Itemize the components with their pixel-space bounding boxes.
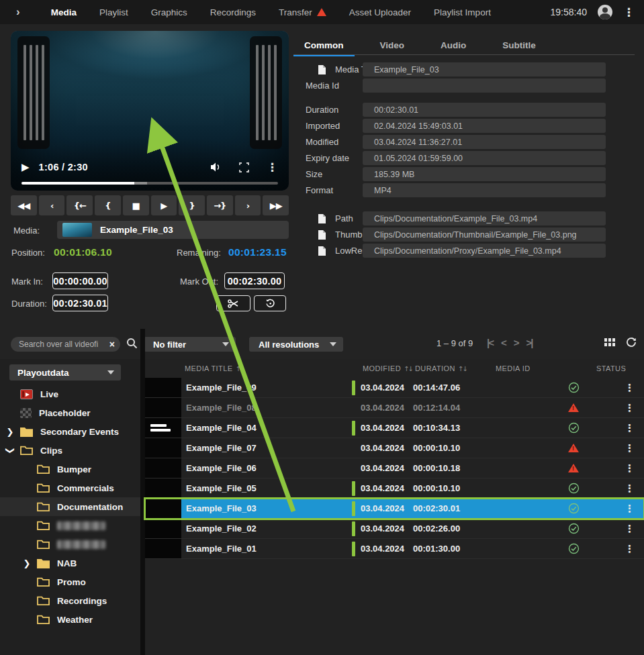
stop-button[interactable]: ■ bbox=[123, 195, 149, 215]
refresh-icon[interactable] bbox=[626, 337, 637, 348]
table-row-example-file-01[interactable]: Example_File_0103.04.202400:01:30.00⋮ bbox=[145, 539, 644, 559]
field-value[interactable]: Clips/Documentation/Proxy/Example_File_0… bbox=[363, 244, 606, 258]
frame-back-button[interactable]: ‹ bbox=[39, 195, 65, 215]
row-kebab-icon[interactable]: ⋮ bbox=[625, 382, 635, 394]
video-preview[interactable]: ▶ 1:06 / 2:30 ⋮ bbox=[11, 31, 289, 191]
go-to-end-button[interactable]: ▶▶ bbox=[263, 195, 289, 215]
search-box[interactable]: × bbox=[11, 337, 120, 352]
nav-graphics[interactable]: Graphics bbox=[151, 7, 187, 17]
resolution-dropdown[interactable]: All resolutions bbox=[249, 337, 343, 352]
sidebar-item-live[interactable]: Live bbox=[0, 385, 140, 403]
fullscreen-icon[interactable] bbox=[239, 162, 249, 172]
field-value[interactable]: 01.05.2024 01:59:59.00 bbox=[363, 151, 606, 165]
volume-icon[interactable] bbox=[210, 162, 222, 172]
field-value[interactable]: Example_File_03 bbox=[363, 62, 606, 77]
nav-recordings[interactable]: Recordings bbox=[210, 7, 256, 17]
row-kebab-icon[interactable]: ⋮ bbox=[625, 503, 635, 515]
row-kebab-icon[interactable]: ⋮ bbox=[625, 523, 635, 535]
sidebar-divider[interactable] bbox=[140, 329, 145, 655]
mark-out-field[interactable]: 00:02:30.00 bbox=[224, 272, 285, 289]
sidebar-item-promo[interactable]: Promo bbox=[0, 572, 140, 591]
sidebar-toggle-chevron-icon[interactable]: › bbox=[16, 5, 20, 19]
sidebar-item-commercials[interactable]: Commercials bbox=[0, 478, 140, 497]
trim-scissors-button[interactable] bbox=[216, 295, 250, 311]
folder-label: NAB bbox=[57, 558, 77, 568]
field-value[interactable]: MP4 bbox=[363, 183, 606, 197]
nav-playlist-import[interactable]: Playlist Import bbox=[434, 7, 491, 17]
table-row-example-file-03[interactable]: Example_File_0303.04.202400:02:30.01⋮ bbox=[145, 499, 644, 519]
row-kebab-icon[interactable]: ⋮ bbox=[625, 422, 635, 434]
table-row-example-file-05[interactable]: Example_File_0503.04.202400:00:10.10⋮ bbox=[145, 478, 644, 499]
player-progress-bar[interactable] bbox=[21, 182, 278, 185]
sidebar-item-documentation[interactable]: Documentation bbox=[0, 497, 140, 516]
table-row-example-file-09[interactable]: Example_File_0903.04.202400:14:47.06⋮ bbox=[145, 378, 644, 398]
go-to-start-button[interactable]: ◀◀ bbox=[11, 195, 37, 215]
table-row-example-file-02[interactable]: Example_File_0203.04.202400:02:26.00⋮ bbox=[145, 519, 644, 539]
field-value[interactable]: Clips/Documentation/Thumbnail/Example_Fi… bbox=[363, 228, 606, 242]
search-icon[interactable] bbox=[126, 338, 138, 349]
row-kebab-icon[interactable]: ⋮ bbox=[625, 483, 635, 495]
sidebar-item-recordings[interactable]: Recordings bbox=[0, 591, 140, 610]
player-play-button[interactable]: ▶ bbox=[21, 161, 30, 173]
tab-common[interactable]: Common bbox=[293, 36, 355, 56]
column-header-duration[interactable]: DURATION↑↓ bbox=[415, 364, 496, 372]
row-kebab-icon[interactable]: ⋮ bbox=[625, 442, 635, 454]
mark-in-field[interactable]: 00:00:00.00 bbox=[52, 272, 108, 289]
field-value[interactable]: 185.39 MB bbox=[363, 167, 606, 181]
sidebar-item-weather[interactable]: Weather bbox=[0, 610, 140, 629]
tree-chevron-icon[interactable]: ❯ bbox=[5, 446, 15, 455]
nav-transfer[interactable]: Transfer bbox=[279, 7, 326, 17]
nav-asset-uploader[interactable]: Asset Uploader bbox=[349, 7, 411, 17]
tab-subtitle[interactable]: Subtitle bbox=[492, 36, 547, 56]
row-kebab-icon[interactable]: ⋮ bbox=[625, 462, 635, 474]
warning-icon bbox=[568, 444, 579, 452]
clip-duration-field[interactable]: 00:02:30.01 bbox=[52, 295, 108, 311]
prev-page-button[interactable]: < bbox=[501, 337, 506, 348]
sidebar-item-placeholder[interactable]: Placeholder bbox=[0, 403, 140, 422]
set-mark-in-button[interactable]: { bbox=[95, 195, 121, 215]
topbar-kebab-icon[interactable]: ⋮ bbox=[623, 7, 635, 18]
filter-dropdown[interactable]: No filter bbox=[144, 337, 236, 352]
tree-chevron-icon[interactable]: ❯ bbox=[5, 427, 15, 437]
column-header-modified[interactable]: MODIFIED↑↓ bbox=[363, 364, 415, 372]
table-row-example-file-06[interactable]: Example_File_0603.04.202400:00:10.18⋮ bbox=[145, 458, 644, 478]
row-kebab-icon[interactable]: ⋮ bbox=[625, 402, 635, 414]
last-page-button[interactable]: >| bbox=[526, 337, 533, 348]
player-kebab-icon[interactable]: ⋮ bbox=[267, 162, 278, 173]
tab-video[interactable]: Video bbox=[369, 36, 416, 56]
play-button[interactable]: ▶ bbox=[151, 195, 177, 215]
tab-audio[interactable]: Audio bbox=[430, 36, 477, 56]
media-field[interactable]: Example_File_03 bbox=[57, 221, 289, 239]
restore-button[interactable] bbox=[254, 295, 286, 311]
goto-mark-out-button[interactable]: →} bbox=[207, 195, 233, 215]
sidebar-item-clips[interactable]: ❯Clips bbox=[0, 441, 140, 460]
row-kebab-icon[interactable]: ⋮ bbox=[625, 543, 635, 555]
table-row-example-file-07[interactable]: Example_File_0703.04.202400:00:10.10⋮ bbox=[145, 438, 644, 458]
sidebar-item-redacted[interactable] bbox=[0, 516, 140, 535]
user-avatar-icon[interactable] bbox=[598, 5, 612, 19]
tree-chevron-icon[interactable]: ❯ bbox=[22, 558, 32, 568]
first-page-button[interactable]: |< bbox=[487, 337, 493, 348]
field-value[interactable]: 02.04.2024 15:49:03.01 bbox=[363, 119, 606, 133]
root-folder-dropdown[interactable]: Playoutdata bbox=[9, 364, 121, 381]
next-page-button[interactable]: > bbox=[514, 337, 518, 348]
goto-mark-in-button[interactable]: {← bbox=[66, 195, 93, 215]
search-input[interactable] bbox=[19, 340, 109, 349]
field-value[interactable]: 03.04.2024 11:36:27.01 bbox=[363, 135, 606, 149]
table-row-example-file-04[interactable]: Example_File_0403.04.202400:10:34.13⋮ bbox=[145, 418, 644, 438]
field-value[interactable]: 00:02:30.01 bbox=[363, 103, 606, 117]
sidebar-item-nab[interactable]: ❯NAB bbox=[0, 554, 140, 572]
search-clear-icon[interactable]: × bbox=[109, 340, 115, 349]
grid-view-icon[interactable] bbox=[604, 338, 615, 347]
frame-forward-button[interactable]: › bbox=[235, 195, 261, 215]
set-mark-out-button[interactable]: } bbox=[179, 195, 205, 215]
sidebar-item-secondary-events[interactable]: ❯Secondary Events bbox=[0, 422, 140, 441]
column-header-media-title[interactable]: MEDIA TITLE↑↓ bbox=[185, 364, 319, 372]
nav-playlist[interactable]: Playlist bbox=[99, 7, 128, 17]
sidebar-item-bumper[interactable]: Bumper bbox=[0, 460, 140, 478]
nav-media[interactable]: Media bbox=[51, 7, 77, 17]
table-row-example-file-08[interactable]: Example_File_0803.04.202400:12:14.04⋮ bbox=[145, 398, 644, 418]
field-value[interactable] bbox=[363, 79, 606, 93]
field-value[interactable]: Clips/Documentation/Example_File_03.mp4 bbox=[363, 211, 606, 225]
sidebar-item-redacted[interactable] bbox=[0, 535, 140, 554]
